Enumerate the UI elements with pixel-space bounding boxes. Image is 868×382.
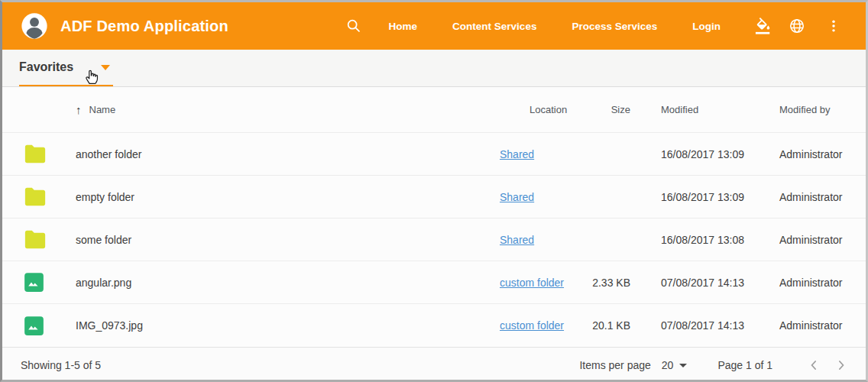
column-header-size[interactable]: Size xyxy=(568,104,633,115)
row-name[interactable]: another folder xyxy=(76,148,473,160)
row-modified-by: Administrator xyxy=(760,234,846,246)
row-name[interactable]: angular.png xyxy=(76,277,473,289)
row-modified: 16/08/2017 13:08 xyxy=(633,234,760,246)
column-header-name-label: Name xyxy=(89,104,116,115)
folder-icon xyxy=(24,144,47,163)
app-title: ADF Demo Application xyxy=(60,18,228,35)
column-header-modified-by[interactable]: Modified by xyxy=(760,104,846,115)
row-type-icon-cell xyxy=(24,187,76,206)
nav-item-process-services[interactable]: Process Services xyxy=(572,21,657,32)
format-color-fill-icon[interactable] xyxy=(754,17,772,35)
table-body: another folder Shared 16/08/2017 13:09 A… xyxy=(2,133,866,347)
column-header-name[interactable]: ↑ Name xyxy=(76,104,473,115)
folder-icon xyxy=(24,230,47,249)
image-file-icon xyxy=(24,272,44,293)
page-range-label: Page 1 of 1 xyxy=(717,359,772,371)
sort-ascending-icon: ↑ xyxy=(76,104,82,115)
user-avatar-icon[interactable] xyxy=(21,12,48,40)
tab-favorites[interactable]: Favorites xyxy=(19,50,113,86)
row-location-cell: Shared xyxy=(473,234,568,246)
row-modified: 07/08/2017 14:13 xyxy=(633,277,760,289)
nav-item-login[interactable]: Login xyxy=(692,21,721,32)
chevron-left-icon[interactable] xyxy=(805,356,823,374)
row-location-link[interactable]: Shared xyxy=(500,191,534,203)
column-header-location[interactable]: Location xyxy=(473,104,568,115)
globe-icon[interactable] xyxy=(788,17,806,35)
caret-down-icon xyxy=(101,65,110,70)
table-row[interactable]: some folder Shared 16/08/2017 13:08 Admi… xyxy=(2,219,866,261)
app-header: ADF Demo Application Home Content Servic… xyxy=(2,2,866,50)
row-size: 20.1 KB xyxy=(568,319,633,332)
row-size: 2.33 KB xyxy=(568,277,633,289)
app-window: ADF Demo Application Home Content Servic… xyxy=(0,0,868,382)
row-name[interactable]: IMG_0973.jpg xyxy=(76,319,473,332)
table-header-row: ↑ Name Location Size Modified Modified b… xyxy=(2,87,866,133)
row-modified: 16/08/2017 13:09 xyxy=(633,148,760,160)
chevron-right-icon[interactable] xyxy=(832,356,850,374)
row-name[interactable]: empty folder xyxy=(76,191,473,203)
row-modified-by: Administrator xyxy=(760,191,846,203)
row-location-cell: Shared xyxy=(473,148,568,160)
row-type-icon-cell xyxy=(24,272,76,293)
row-modified-by: Administrator xyxy=(760,319,846,332)
row-location-link[interactable]: custom folder xyxy=(500,319,564,332)
row-modified-by: Administrator xyxy=(760,148,846,160)
image-file-icon xyxy=(24,316,44,336)
row-modified-by: Administrator xyxy=(760,277,846,289)
column-header-modified[interactable]: Modified xyxy=(633,104,760,115)
main-nav: Home Content Services Process Services L… xyxy=(389,21,721,32)
row-type-icon-cell xyxy=(24,230,76,249)
row-type-icon-cell xyxy=(24,316,76,336)
showing-range-label: Showing 1-5 of 5 xyxy=(21,359,101,371)
row-location-link[interactable]: Shared xyxy=(500,148,534,160)
appbar-icon-group xyxy=(754,17,843,35)
table-row[interactable]: empty folder Shared 16/08/2017 13:09 Adm… xyxy=(2,176,866,219)
row-modified: 16/08/2017 13:09 xyxy=(633,191,760,203)
row-location-link[interactable]: Shared xyxy=(500,234,534,246)
table-row[interactable]: IMG_0973.jpg custom folder 20.1 KB 07/08… xyxy=(2,304,866,347)
row-type-icon-cell xyxy=(24,144,76,163)
items-per-page-label: Items per page xyxy=(579,359,650,371)
items-per-page-select[interactable]: 20 xyxy=(662,359,688,371)
paginator: Showing 1-5 of 5 Items per page 20 Page … xyxy=(2,347,866,380)
row-modified: 07/08/2017 14:13 xyxy=(633,319,760,332)
tab-favorites-label: Favorites xyxy=(19,60,73,74)
row-location-cell: custom folder xyxy=(473,277,568,289)
table-row[interactable]: angular.png custom folder 2.33 KB 07/08/… xyxy=(2,261,866,304)
row-name[interactable]: some folder xyxy=(76,234,473,246)
items-per-page-value: 20 xyxy=(662,359,674,371)
row-location-link[interactable]: custom folder xyxy=(500,277,564,289)
caret-down-icon xyxy=(679,364,687,367)
row-location-cell: Shared xyxy=(473,191,568,203)
kebab-menu-icon[interactable] xyxy=(824,17,843,35)
nav-item-home[interactable]: Home xyxy=(389,21,418,32)
search-icon[interactable] xyxy=(345,17,363,35)
document-list: ↑ Name Location Size Modified Modified b… xyxy=(2,87,866,347)
view-tabbar: Favorites xyxy=(2,50,866,87)
folder-icon xyxy=(24,187,47,206)
table-row[interactable]: another folder Shared 16/08/2017 13:09 A… xyxy=(2,133,866,176)
row-location-cell: custom folder xyxy=(473,319,568,332)
nav-item-content-services[interactable]: Content Services xyxy=(452,21,536,32)
